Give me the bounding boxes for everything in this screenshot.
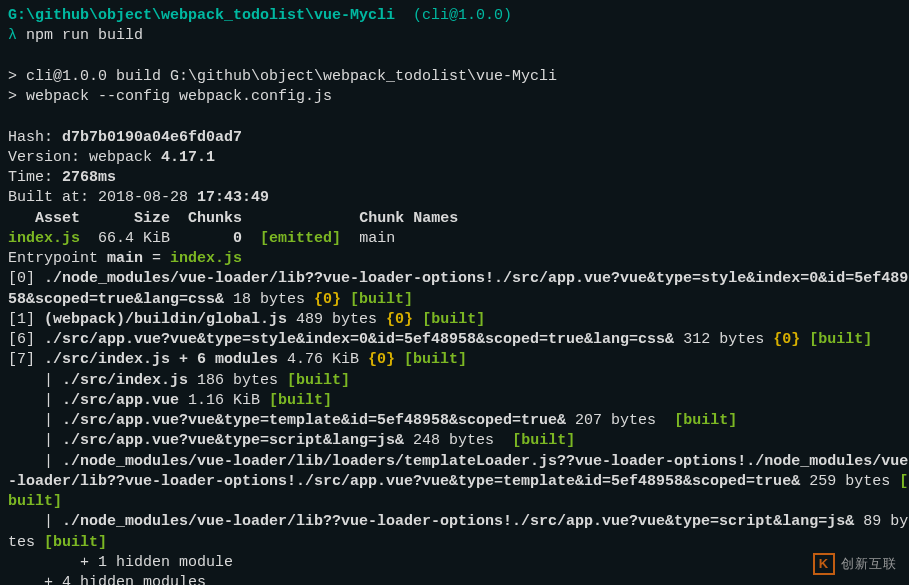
cwd-path: G:\github\object\webpack_todolist\vue-My… (8, 7, 395, 24)
submodule-line: | ./src/index.js 186 bytes [built] (8, 371, 901, 391)
submodule-line: tes [built] (8, 533, 901, 553)
logo-mark-icon: K (813, 553, 835, 575)
emitted-tag: [emitted] (260, 230, 341, 247)
watermark-logo: K 创新互联 (813, 553, 897, 575)
blank-line (8, 107, 901, 127)
entrypoint-line: Entrypoint main = index.js (8, 249, 901, 269)
submodule-line: built] (8, 492, 901, 512)
submodule-line: | ./src/app.vue?vue&type=script&lang=js&… (8, 431, 901, 451)
submodule-line: | ./node_modules/vue-loader/lib??vue-loa… (8, 512, 901, 532)
logo-text: 创新互联 (841, 555, 897, 573)
npm-script-line: > cli@1.0.0 build G:\github\object\webpa… (8, 67, 901, 87)
terminal-input-line[interactable]: λ npm run build (8, 26, 901, 46)
pkg-label: (cli@1.0.0) (413, 7, 512, 24)
hidden-modules-line: + 4 hidden modules (8, 573, 901, 585)
module-line: [6] ./src/app.vue?vue&type=style&index=0… (8, 330, 901, 350)
built-tag: [built] (809, 331, 872, 348)
submodule-line: | ./src/app.vue?vue&type=template&id=5ef… (8, 411, 901, 431)
hidden-modules-line: + 1 hidden module (8, 553, 901, 573)
submodule-line: | ./node_modules/vue-loader/lib/loaders/… (8, 452, 901, 472)
submodule-line: | ./src/app.vue 1.16 KiB [built] (8, 391, 901, 411)
built-tag: [built] (512, 432, 575, 449)
blank-line (8, 47, 901, 67)
asset-table-header: Asset Size Chunks Chunk Names (8, 209, 901, 229)
module-line: [0] ./node_modules/vue-loader/lib??vue-l… (8, 269, 901, 289)
hash-line: Hash: d7b7b0190a04e6fd0ad7 (8, 128, 901, 148)
built-tag: [built] (674, 412, 737, 429)
command-text: npm run build (26, 27, 143, 44)
terminal-prompt-line: G:\github\object\webpack_todolist\vue-My… (8, 6, 901, 26)
built-tag: [built] (404, 351, 467, 368)
lambda-symbol: λ (8, 27, 17, 44)
built-tag: [built] (422, 311, 485, 328)
asset-name: index.js (8, 230, 80, 247)
module-line: [1] (webpack)/buildin/global.js 489 byte… (8, 310, 901, 330)
built-tag: [built] (287, 372, 350, 389)
module-line: 58&scoped=true&lang=css& 18 bytes {0} [b… (8, 290, 901, 310)
built-tag: [built] (44, 534, 107, 551)
asset-table-row: index.js 66.4 KiB 0 [emitted] main (8, 229, 901, 249)
version-line: Version: webpack 4.17.1 (8, 148, 901, 168)
built-tag: [built] (269, 392, 332, 409)
npm-script-line: > webpack --config webpack.config.js (8, 87, 901, 107)
built-at-line: Built at: 2018-08-28 17:43:49 (8, 188, 901, 208)
time-line: Time: 2768ms (8, 168, 901, 188)
submodule-line: -loader/lib??vue-loader-options!./src/ap… (8, 472, 901, 492)
module-line: [7] ./src/index.js + 6 modules 4.76 KiB … (8, 350, 901, 370)
built-tag: [built] (350, 291, 413, 308)
